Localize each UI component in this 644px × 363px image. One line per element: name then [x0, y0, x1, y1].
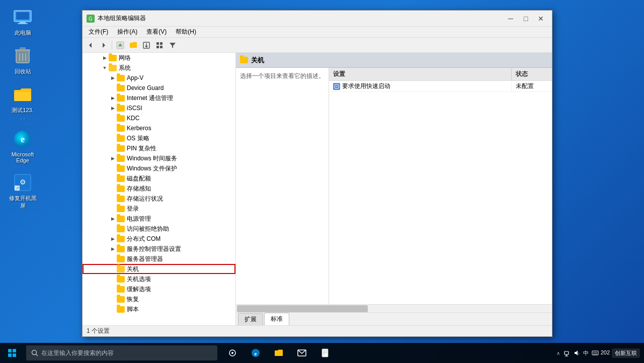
recycle-label: 回收站 — [15, 68, 31, 75]
folder-service-ctrl-icon — [117, 246, 125, 252]
svg-marker-18 — [89, 43, 92, 48]
tree-label-iscsi: iSCSI — [127, 105, 142, 112]
tree-item-service-ctrl[interactable]: ▶ 服务控制管理器设置 — [83, 244, 235, 254]
export-button[interactable] — [140, 39, 152, 51]
expand-distributed-com[interactable]: ▶ — [109, 235, 117, 243]
tree-item-distributed-com[interactable]: ▶ 分布式 COM — [83, 234, 235, 244]
expand-appv[interactable]: ▶ — [109, 74, 117, 82]
settings-col-state[interactable]: 状态 — [512, 68, 552, 80]
tree-item-network[interactable]: ▶ 网络 — [83, 53, 235, 63]
test-folder-icon[interactable]: 测试123.. . — [5, 82, 40, 122]
tree-item-os-policy[interactable]: OS 策略 — [83, 133, 235, 143]
menu-view[interactable]: 查看(V) — [142, 27, 171, 37]
tree-item-shutdown-opts[interactable]: 关机选项 — [83, 274, 235, 284]
h-scrollbar-thumb[interactable] — [237, 305, 368, 312]
tree-item-pin[interactable]: PIN 复杂性 — [83, 143, 235, 153]
recycle-bin-icon[interactable]: 回收站 — [5, 44, 40, 77]
expand-power[interactable]: ▶ — [109, 215, 117, 223]
taskbar-folder-btn[interactable] — [268, 343, 290, 363]
up-button[interactable] — [114, 39, 126, 51]
keyboard-icon — [592, 349, 599, 356]
taskbar-notepad-btn[interactable] — [314, 343, 336, 363]
status-text: 1 个设置 — [87, 327, 110, 335]
tree-item-recovery[interactable]: 恢复 — [83, 294, 235, 304]
settings-row-0[interactable]: 要求使用快速启动 未配置 — [329, 81, 552, 92]
tree-label-access-denied: 访问被拒绝协助 — [127, 225, 169, 233]
start-button[interactable] — [0, 343, 24, 363]
taskbar-mail-btn[interactable] — [291, 343, 313, 363]
tree-item-access-denied[interactable]: 访问被拒绝协助 — [83, 224, 235, 234]
tree-item-system[interactable]: ▼ 系统 — [83, 63, 235, 73]
settings-col-name[interactable]: 设置 — [329, 68, 512, 80]
view-button[interactable] — [153, 39, 166, 51]
menu-action[interactable]: 操作(A) — [113, 27, 141, 37]
folder-kdc-icon — [117, 115, 125, 122]
expand-service-ctrl[interactable]: ▶ — [109, 245, 117, 253]
tree-label-storage-run: 存储运行状况 — [127, 195, 163, 203]
right-header: 关机 — [236, 53, 552, 68]
right-header-title: 关机 — [251, 56, 264, 65]
folder-button[interactable] — [127, 39, 139, 51]
test-folder-label: 测试123.. . — [12, 107, 33, 120]
sys-tray-icons: ∧ ) 中 — [556, 349, 599, 357]
tree-label-shutdown: 关机 — [127, 265, 139, 274]
expand-system[interactable]: ▼ — [101, 64, 109, 72]
forward-button[interactable] — [98, 39, 110, 51]
tree-item-mitigation[interactable]: 缓解选项 — [83, 284, 235, 294]
search-bar[interactable]: 在这里输入你要搜索的内容 — [26, 345, 217, 360]
tree-label-shutdown-opts: 关机选项 — [127, 275, 151, 284]
h-scrollbar[interactable] — [236, 304, 552, 312]
folder-kerberos-icon — [117, 125, 125, 132]
tree-item-device-guard[interactable]: Device Guard — [83, 83, 235, 93]
tree-item-storage-run[interactable]: 存储运行状况 — [83, 194, 235, 204]
shortcut-icon[interactable]: ⚙ ↗ 修复开机黑屏 — [5, 170, 40, 212]
taskbar-multiview-btn[interactable] — [221, 343, 244, 363]
svg-text:⚙: ⚙ — [20, 178, 26, 186]
tree-item-iscsi[interactable]: ▶ iSCSI — [83, 103, 235, 113]
menu-help[interactable]: 帮助(H) — [172, 27, 200, 37]
tree-item-appv[interactable]: ▶ App-V — [83, 73, 235, 83]
svg-line-37 — [36, 354, 38, 356]
svg-rect-33 — [13, 349, 16, 352]
tree-item-windows-file[interactable]: Windows 文件保护 — [83, 163, 235, 173]
time-display: 202 — [601, 349, 610, 356]
window-title: 本地组策略编辑器 — [98, 14, 504, 23]
tree-item-windows-time[interactable]: ▶ Windows 时间服务 — [83, 153, 235, 163]
taskbar-right: ∧ ) 中 202 — [556, 348, 644, 358]
expand-network[interactable]: ▶ — [101, 54, 109, 62]
maximize-button[interactable]: □ — [519, 14, 533, 24]
expand-iscsi[interactable]: ▶ — [109, 104, 117, 112]
tree-item-disk[interactable]: 磁盘配额 — [83, 173, 235, 184]
tab-standard[interactable]: 标准 — [264, 313, 289, 325]
tree-item-kerberos[interactable]: Kerberos — [83, 123, 235, 133]
tree-item-kdc[interactable]: KDC — [83, 113, 235, 123]
tab-expand[interactable]: 扩展 — [238, 313, 263, 325]
tree-item-internet-comm[interactable]: ▶ Internet 通信管理 — [83, 93, 235, 103]
tree-item-shutdown[interactable]: 关机 — [83, 264, 235, 274]
menu-file[interactable]: 文件(F) — [85, 27, 112, 37]
edge-icon[interactable]: e MicrosoftEdge — [5, 127, 40, 165]
expand-windows-time[interactable]: ▶ — [109, 154, 117, 162]
svg-rect-34 — [8, 353, 12, 357]
back-button[interactable] — [85, 39, 97, 51]
settings-cell-state-0: 未配置 — [512, 82, 552, 90]
expand-internet-comm[interactable]: ▶ — [109, 94, 117, 102]
filter-button[interactable] — [167, 39, 179, 51]
folder-login-icon — [117, 206, 125, 212]
tree-label-service-ctrl: 服务控制管理器设置 — [127, 245, 181, 253]
title-bar: G 本地组策略编辑器 ─ □ ✕ — [83, 11, 552, 27]
tree-item-script[interactable]: 脚本 — [83, 304, 235, 314]
tree-panel[interactable]: ▶ 网络 ▼ 系统 ▶ App-V Devi — [83, 53, 236, 325]
sys-tray-up-arrow[interactable]: ∧ — [556, 350, 560, 356]
tree-item-power[interactable]: ▶ 电源管理 — [83, 214, 235, 224]
window-controls: ─ □ ✕ — [504, 14, 548, 24]
close-button[interactable]: ✕ — [534, 14, 548, 24]
watermark-badge: 创新互联 — [612, 348, 640, 358]
tree-item-storage-sense[interactable]: 存储感知 — [83, 184, 235, 194]
this-pc-icon[interactable]: 此电脑 — [5, 5, 40, 39]
tree-item-service-mgr[interactable]: 服务器管理器 — [83, 254, 235, 264]
taskbar-edge-btn[interactable]: e — [245, 343, 267, 363]
tree-label-windows-time: Windows 时间服务 — [127, 154, 177, 163]
tree-item-login[interactable]: 登录 — [83, 204, 235, 214]
minimize-button[interactable]: ─ — [504, 14, 518, 24]
